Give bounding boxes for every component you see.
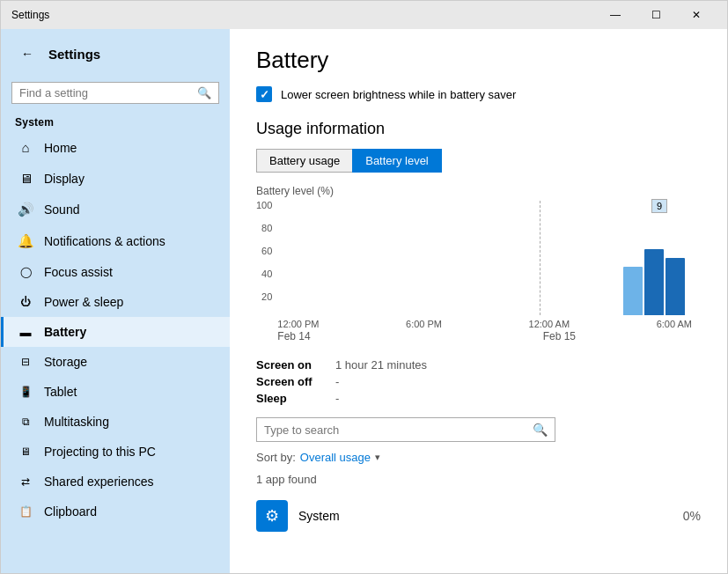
search-box[interactable]: 🔍 (11, 82, 219, 104)
screen-off-row: Screen off - (256, 375, 701, 388)
midnight-line (540, 201, 540, 315)
x-axis-labels: 12:00 PM 6:00 PM 12:00 AM 6:00 AM (277, 319, 701, 329)
back-button[interactable]: ← (15, 41, 40, 66)
chart-area: Battery level (%) 100 80 60 40 20 (256, 185, 701, 342)
sidebar-item-shared[interactable]: ⇄ Shared experiences (1, 467, 230, 497)
sidebar-item-label: Notifications & actions (44, 234, 165, 248)
power-icon: ⏻ (18, 296, 33, 308)
sidebar-item-notifications[interactable]: 🔔 Notifications & actions (1, 225, 230, 257)
sleep-row: Sleep - (256, 392, 701, 405)
sidebar-item-home[interactable]: ⌂ Home (1, 132, 230, 163)
tab-group: Battery usage Battery level (256, 149, 701, 173)
sidebar-title: Settings (48, 47, 100, 62)
search-input[interactable] (19, 86, 192, 99)
main-content: Battery ✓ Lower screen brightness while … (230, 29, 727, 573)
chart-y-label: Battery level (%) (256, 185, 701, 197)
app-row: ⚙ System 0% (256, 495, 701, 537)
sidebar-item-label: Power & sleep (44, 295, 123, 309)
sidebar-item-label: Projecting to this PC (44, 445, 156, 459)
focus-icon: ◯ (18, 266, 33, 278)
app-name: System (298, 509, 673, 523)
brightness-checkbox-row: ✓ Lower screen brightness while in batte… (256, 86, 701, 102)
tablet-icon: 📱 (18, 386, 33, 398)
bar-3 (665, 258, 685, 315)
app-search-box[interactable]: 🔍 (256, 417, 555, 442)
bar-2 (644, 249, 664, 315)
sidebar-item-battery[interactable]: ▬ Battery (1, 317, 230, 347)
close-button[interactable]: ✕ (676, 1, 717, 29)
display-icon: 🖥 (18, 171, 33, 186)
sidebar-item-sound[interactable]: 🔊 Sound (1, 194, 230, 225)
maximize-button[interactable]: ☐ (636, 1, 676, 29)
bar-group-6am (623, 249, 685, 315)
y-axis: 100 80 60 40 20 (256, 201, 272, 315)
settings-icon: ⚙ (265, 506, 279, 526)
sort-value[interactable]: Overall usage (300, 451, 371, 464)
found-count: 1 app found (256, 473, 701, 486)
sidebar-item-label: Tablet (44, 385, 77, 399)
projecting-icon: 🖥 (18, 445, 33, 458)
sidebar-item-power[interactable]: ⏻ Power & sleep (1, 287, 230, 317)
shared-icon: ⇄ (18, 475, 33, 488)
app-usage: 0% (683, 509, 701, 523)
back-icon: ← (21, 47, 33, 61)
multitasking-icon: ⧉ (18, 416, 33, 428)
sound-icon: 🔊 (18, 202, 33, 217)
screen-on-row: Screen on 1 hour 21 minutes (256, 358, 701, 372)
date-labels: Feb 14 Feb 15 (277, 330, 701, 342)
system-section-label: System (1, 111, 230, 132)
sidebar-header: ← Settings (1, 29, 230, 78)
window-title: Settings (11, 9, 49, 21)
sidebar-item-label: Shared experiences (44, 475, 154, 489)
sidebar-item-tablet[interactable]: 📱 Tablet (1, 377, 230, 407)
app-search-input[interactable] (264, 423, 533, 437)
minimize-button[interactable]: — (595, 1, 636, 29)
search-icon: 🔍 (197, 86, 211, 99)
check-icon: ✓ (260, 88, 269, 101)
sidebar-item-label: Multitasking (44, 415, 109, 429)
sidebar-item-label: Battery (44, 325, 86, 339)
sidebar-item-clipboard[interactable]: 📋 Clipboard (1, 497, 230, 526)
sidebar-item-label: Home (44, 141, 77, 155)
sidebar: ← Settings 🔍 System ⌂ Home 🖥 Display 🔊 S… (1, 29, 230, 573)
info-rows: Screen on 1 hour 21 minutes Screen off -… (256, 358, 701, 405)
sidebar-item-display[interactable]: 🖥 Display (1, 163, 230, 194)
sidebar-item-label: Sound (44, 202, 79, 217)
sidebar-item-projecting[interactable]: 🖥 Projecting to this PC (1, 437, 230, 467)
brightness-checkbox[interactable]: ✓ (256, 86, 272, 102)
clipboard-icon: 📋 (18, 505, 33, 518)
tab-battery-usage[interactable]: Battery usage (256, 149, 352, 173)
tab-battery-level[interactable]: Battery level (352, 149, 442, 173)
brightness-label: Lower screen brightness while in battery… (281, 88, 516, 101)
storage-icon: ⊟ (18, 356, 33, 368)
sort-row: Sort by: Overall usage ▾ (256, 451, 701, 464)
callout: 9 (651, 199, 667, 213)
sidebar-item-multitasking[interactable]: ⧉ Multitasking (1, 407, 230, 437)
sidebar-item-label: Clipboard (44, 504, 97, 519)
notifications-icon: 🔔 (18, 233, 33, 249)
sidebar-item-storage[interactable]: ⊟ Storage (1, 347, 230, 377)
app-search-icon: 🔍 (533, 423, 548, 437)
section-heading: Usage information (256, 120, 701, 138)
sidebar-item-label: Display (44, 172, 85, 186)
bar-1 (623, 267, 643, 315)
chart-bars: 9 (277, 201, 701, 315)
sidebar-item-focus[interactable]: ◯ Focus assist (1, 257, 230, 287)
battery-icon: ▬ (18, 326, 33, 339)
sort-arrow-icon: ▾ (375, 452, 380, 463)
sidebar-item-label: Focus assist (44, 265, 113, 279)
home-icon: ⌂ (18, 140, 33, 155)
app-icon: ⚙ (256, 500, 288, 532)
sidebar-item-label: Storage (44, 355, 87, 369)
page-title: Battery (256, 47, 701, 74)
